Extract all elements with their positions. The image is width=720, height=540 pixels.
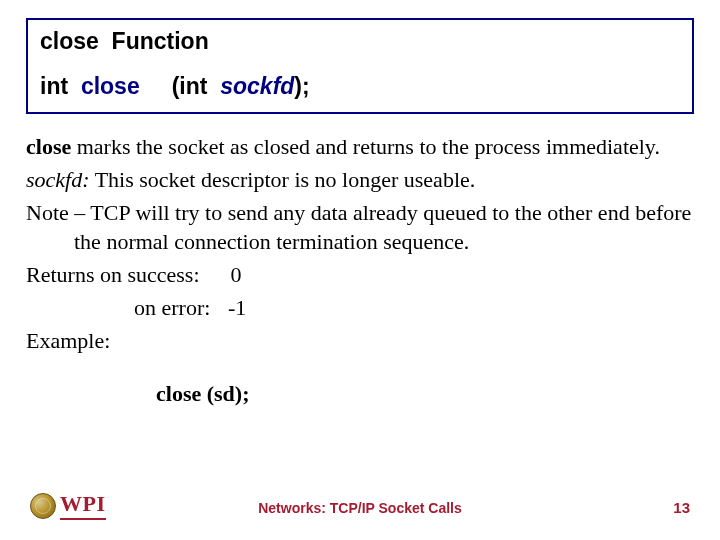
desc-p2: sockfd: This socket descriptor is no lon…	[26, 165, 694, 194]
example-code: close (sd);	[156, 379, 694, 408]
returns-label: Returns	[26, 262, 94, 287]
wpi-seal-icon	[30, 493, 56, 519]
p1-text: marks the socket as closed and returns t…	[71, 134, 660, 159]
desc-p3: Note – TCP will try to send any data alr…	[26, 198, 694, 256]
sig-paren-close: );	[294, 73, 309, 99]
function-definition-box: close Function int close (int sockfd);	[26, 18, 694, 114]
slide: close Function int close (int sockfd); c…	[0, 0, 720, 540]
returns-success-value: 0	[212, 260, 242, 289]
p2-text: This socket descriptor is no longer usea…	[90, 167, 476, 192]
returns-success-line: Returns on success:0	[26, 260, 694, 289]
returns-error-line: on error:-1	[26, 293, 694, 322]
sig-arg: sockfd	[220, 73, 294, 99]
page-number: 13	[673, 499, 690, 516]
function-signature: int close (int sockfd);	[40, 73, 680, 100]
sig-return-type: int	[40, 73, 68, 99]
returns-error-value: -1	[216, 293, 246, 322]
sig-paren-open: (int	[172, 73, 208, 99]
wpi-logo-text: WPI	[60, 491, 106, 520]
description-body: close marks the socket as closed and ret…	[26, 132, 694, 408]
box-title: close Function	[40, 28, 680, 55]
returns-error-text: on error:	[134, 295, 210, 320]
slide-footer: WPI Networks: TCP/IP Socket Calls 13	[0, 480, 720, 520]
footer-title: Networks: TCP/IP Socket Calls	[258, 500, 462, 516]
p1-funcname: close	[26, 134, 71, 159]
title-word-function: Function	[112, 28, 209, 54]
wpi-logo: WPI	[30, 491, 106, 520]
example-label: Example:	[26, 326, 694, 355]
p2-argname: sockfd:	[26, 167, 90, 192]
returns-block: Returns on success:0 on error:-1	[26, 260, 694, 322]
sig-function-name: close	[81, 73, 140, 99]
returns-success-text: on success:	[94, 262, 199, 287]
title-funcname: close	[40, 28, 99, 54]
desc-p1: close marks the socket as closed and ret…	[26, 132, 694, 161]
